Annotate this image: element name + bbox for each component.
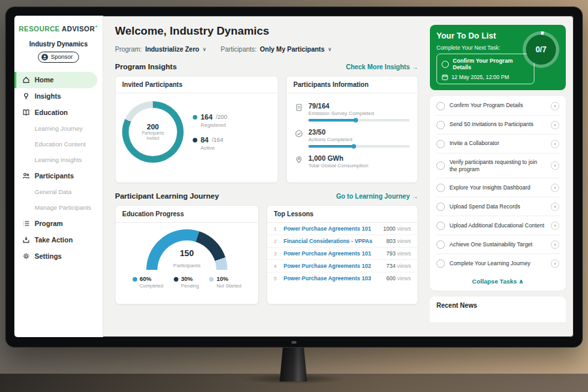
program-selector[interactable]: Program: Industrialize Zero ∨ — [115, 46, 206, 53]
task-checkbox[interactable] — [436, 161, 445, 170]
chevron-right-icon[interactable]: › — [551, 184, 559, 192]
people-icon — [22, 172, 30, 180]
due-date-row: 12 May 2025, 12:00 PM — [442, 74, 529, 80]
progress-bar — [308, 145, 410, 148]
task-checkbox[interactable] — [436, 221, 445, 230]
legend-dot — [174, 277, 178, 282]
brand-secondary: ADVISOR — [61, 25, 95, 33]
app-logo: RESOURCE ADVISOR+ — [14, 24, 103, 33]
task-row[interactable]: Complete Your Learning Journey › — [436, 254, 560, 272]
recent-news-card: Recent News — [430, 297, 566, 322]
monitor-stand — [280, 346, 307, 382]
collapse-tasks-button[interactable]: Collapse Tasks ∧ — [436, 272, 560, 290]
sidebar-item-settings[interactable]: Settings — [14, 248, 103, 265]
donut-legend: 164 /200 Registered 84 /164 Active — [193, 113, 227, 151]
sidebar-nav: Home Insights Education Learning Journey… — [14, 72, 103, 265]
book-icon — [22, 108, 30, 116]
lesson-row: 1 Power Purchase Agreements 101 1000 vie… — [267, 223, 417, 235]
lesson-link[interactable]: Power Purchase Agreements 103 — [284, 275, 382, 282]
card-title: Participants Information — [287, 76, 417, 93]
task-row[interactable]: Upload Additional Educational Content › — [436, 216, 560, 235]
participants-value[interactable]: Only My Participants — [260, 46, 325, 53]
lesson-link[interactable]: Financial Considerations - VPPAs — [284, 238, 382, 244]
section-title: Program Insights — [115, 63, 177, 71]
sidebar-item-manage-participants[interactable]: Manage Participants — [14, 200, 103, 216]
sponsor-label: Sponsor — [51, 54, 73, 60]
task-checkbox[interactable] — [436, 184, 445, 192]
card-title: Top Lessons — [267, 206, 417, 223]
invited-participants-card: Invited Participants 200 Participants In… — [115, 76, 278, 183]
journey-cards: Education Progress 150 Participants — [115, 205, 418, 304]
chevron-right-icon[interactable]: › — [551, 121, 559, 129]
sidebar-item-program[interactable]: Program — [14, 216, 103, 232]
sidebar-item-education-content[interactable]: Education Content — [14, 137, 103, 152]
chevron-right-icon[interactable]: › — [551, 161, 559, 170]
task-row[interactable]: Verify participants requesting to join t… — [436, 154, 560, 178]
task-row[interactable]: Confirm Your Program Details › — [436, 97, 560, 116]
monitor-power-led — [291, 341, 297, 344]
todo-summary-card: Your To Do List Complete Your Next Task:… — [430, 25, 566, 90]
lesson-link[interactable]: Power Purchase Agreements 101 — [284, 250, 382, 257]
lesson-link[interactable]: Power Purchase Agreements 102 — [284, 263, 382, 269]
gauge-center: 150 Participants — [146, 248, 227, 270]
task-checkbox[interactable] — [442, 61, 449, 68]
sidebar-item-insights[interactable]: Insights — [14, 88, 103, 105]
task-row[interactable]: Upload Spend Data Records › — [436, 197, 560, 216]
sidebar-item-general-data[interactable]: General Data — [14, 184, 103, 200]
task-row[interactable]: Send 50 Invitations to Participants › — [436, 116, 560, 135]
participants-information-card: Participants Information 79/164 Emission… — [286, 76, 418, 183]
gear-icon — [22, 252, 30, 260]
donut-center-value: 200 — [147, 123, 159, 131]
chevron-right-icon[interactable]: › — [551, 240, 559, 249]
lightbulb-icon — [22, 92, 30, 100]
page-title: Welcome, Industry Dynamics — [115, 25, 418, 38]
go-to-learning-journey-link[interactable]: Go to Learning Journey → — [336, 193, 418, 200]
sidebar-item-home[interactable]: Home — [14, 72, 97, 88]
card-title: Invited Participants — [116, 76, 278, 93]
check-more-insights-link[interactable]: Check More Insights → — [346, 63, 418, 71]
task-checkbox[interactable] — [436, 121, 445, 129]
task-row[interactable]: Achieve One Sustainability Target › — [436, 235, 560, 254]
brand-plus: + — [95, 24, 98, 29]
chevron-right-icon[interactable]: › — [551, 221, 559, 230]
invited-donut-chart: 200 Participants Invited — [122, 101, 184, 163]
sidebar-item-label: Settings — [35, 252, 61, 260]
task-row[interactable]: Explore Your Insights Dashboard › — [436, 178, 560, 197]
todo-progress-value: 0/7 — [526, 35, 556, 65]
chevron-right-icon[interactable]: › — [551, 102, 559, 110]
sidebar-item-education[interactable]: Education — [14, 105, 103, 121]
clipboard-icon — [295, 102, 303, 122]
chevron-down-icon[interactable]: ∨ — [328, 46, 332, 52]
sidebar-item-learning-insights[interactable]: Learning Insights — [14, 152, 103, 168]
info-row-actions: 23/50 Actions Completed — [295, 125, 410, 151]
program-value[interactable]: Industrialize Zero — [145, 46, 199, 53]
sidebar-item-label: General Data — [35, 188, 72, 195]
lesson-row: 5 Power Purchase Agreements 103 600 view… — [267, 272, 417, 284]
card-title: Education Progress — [116, 206, 258, 223]
task-checkbox[interactable] — [436, 259, 445, 268]
chevron-right-icon[interactable]: › — [551, 259, 559, 268]
sponsor-badge[interactable]: Sponsor — [38, 52, 80, 63]
participants-selector[interactable]: Participants: Only My Participants ∨ — [221, 46, 332, 53]
todo-panel: Your To Do List Complete Your Next Task:… — [426, 16, 574, 337]
section-title: Participant Learning Journey — [115, 192, 219, 200]
lesson-link[interactable]: Power Purchase Agreements 101 — [284, 225, 378, 232]
next-task-row[interactable]: Confirm Your Program Details — [442, 57, 529, 71]
action-icon — [22, 236, 30, 244]
chevron-down-icon[interactable]: ∨ — [203, 46, 206, 52]
legend-item-not-started: 10% Not Started — [209, 276, 241, 289]
legend-dot — [193, 138, 197, 142]
task-checkbox[interactable] — [436, 240, 445, 249]
sidebar-item-label: Insights — [35, 92, 61, 100]
info-row-consumption: 1,000 GWh Total Global Consumption — [295, 151, 410, 172]
sidebar-item-participants[interactable]: Participants — [14, 168, 103, 184]
task-checkbox[interactable] — [436, 140, 445, 148]
chevron-right-icon[interactable]: › — [551, 203, 559, 211]
education-progress-card: Education Progress 150 Participants — [115, 205, 259, 304]
chevron-right-icon[interactable]: › — [551, 140, 559, 148]
task-checkbox[interactable] — [436, 102, 445, 110]
sidebar-item-take-action[interactable]: Take Action — [14, 232, 103, 248]
task-checkbox[interactable] — [436, 203, 445, 211]
sidebar-item-learning-journey[interactable]: Learning Journey — [14, 121, 103, 137]
task-row[interactable]: Invite a Collaborator › — [436, 135, 560, 154]
